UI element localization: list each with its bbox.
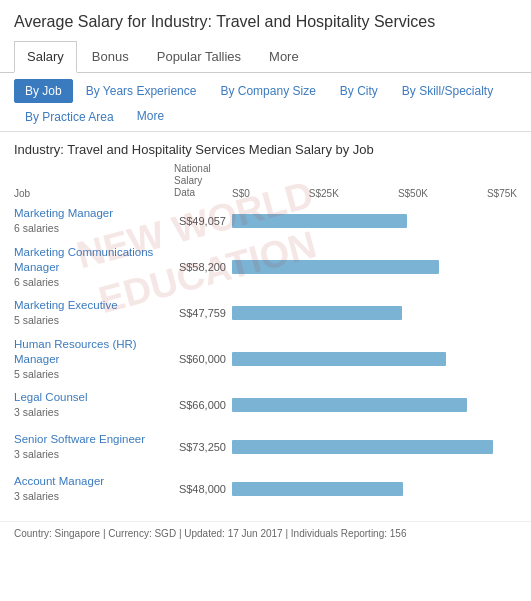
subtab-by-years[interactable]: By Years Experience (75, 79, 208, 103)
bar-0 (232, 214, 407, 228)
col-header-job: Job (14, 188, 174, 199)
bar-container-5 (232, 440, 517, 454)
row-salary-2: S$47,759 (174, 307, 232, 319)
row-label-6: Account Manager 3 salaries (14, 474, 174, 503)
bar-1 (232, 260, 439, 274)
bar-3 (232, 352, 446, 366)
row-label-3: Human Resources (HR) Manager 5 salaries (14, 337, 174, 381)
axis-labels: S$0 S$25K S$50K S$75K (232, 188, 517, 199)
content-area: Industry: Travel and Hospitality Service… (0, 132, 531, 517)
row-salary-6: S$48,000 (174, 483, 232, 495)
salary-count-6: 3 salaries (14, 490, 59, 502)
table-row: Marketing Executive 5 salaries S$47,759 (14, 295, 517, 331)
col-header-national: National Salary Data (174, 163, 232, 199)
row-salary-4: S$66,000 (174, 399, 232, 411)
chart-area: Job National Salary Data S$0 S$25K S$50K… (14, 163, 517, 507)
subtab-by-company[interactable]: By Company Size (209, 79, 326, 103)
row-salary-5: S$73,250 (174, 441, 232, 453)
salary-count-2: 5 salaries (14, 314, 59, 326)
bar-4 (232, 398, 467, 412)
bar-container-1 (232, 260, 517, 274)
chart-rows: Marketing Manager 6 salaries S$49,057 Ma… (14, 203, 517, 507)
page-wrapper: Average Salary for Industry: Travel and … (0, 0, 531, 545)
subtab-by-city[interactable]: By City (329, 79, 389, 103)
row-label-5: Senior Software Engineer 3 salaries (14, 432, 174, 461)
job-link-6[interactable]: Account Manager (14, 475, 104, 487)
row-salary-3: S$60,000 (174, 353, 232, 365)
bar-container-2 (232, 306, 517, 320)
sub-tabs: By Job By Years Experience By Company Si… (0, 73, 531, 132)
row-salary-1: S$58,200 (174, 261, 232, 273)
job-link-0[interactable]: Marketing Manager (14, 207, 113, 219)
main-tabs: Salary Bonus Popular Tallies More (0, 41, 531, 73)
bar-container-0 (232, 214, 517, 228)
row-label-1: Marketing Communications Manager 6 salar… (14, 245, 174, 289)
table-row: Legal Counsel 3 salaries S$66,000 (14, 387, 517, 423)
salary-count-1: 6 salaries (14, 276, 59, 288)
tab-bonus[interactable]: Bonus (79, 41, 142, 72)
job-link-4[interactable]: Legal Counsel (14, 391, 88, 403)
table-row: Account Manager 3 salaries S$48,000 (14, 471, 517, 507)
bar-6 (232, 482, 403, 496)
row-salary-0: S$49,057 (174, 215, 232, 227)
salary-count-4: 3 salaries (14, 406, 59, 418)
tab-salary[interactable]: Salary (14, 41, 77, 73)
salary-count-3: 5 salaries (14, 368, 59, 380)
table-row: Marketing Communications Manager 6 salar… (14, 245, 517, 289)
subtab-more[interactable]: More (127, 105, 174, 129)
bar-container-3 (232, 352, 517, 366)
salary-count-5: 3 salaries (14, 448, 59, 460)
row-label-4: Legal Counsel 3 salaries (14, 390, 174, 419)
footer: Country: Singapore | Currency: SGD | Upd… (0, 521, 531, 545)
job-link-2[interactable]: Marketing Executive (14, 299, 118, 311)
table-row: Senior Software Engineer 3 salaries S$73… (14, 429, 517, 465)
job-link-1[interactable]: Marketing Communications Manager (14, 246, 153, 273)
table-row: Marketing Manager 6 salaries S$49,057 (14, 203, 517, 239)
section-title: Industry: Travel and Hospitality Service… (14, 142, 517, 157)
subtab-by-practice[interactable]: By Practice Area (14, 105, 125, 129)
bar-2 (232, 306, 402, 320)
tab-more[interactable]: More (256, 41, 312, 72)
salary-count-0: 6 salaries (14, 222, 59, 234)
job-link-3[interactable]: Human Resources (HR) Manager (14, 338, 137, 365)
subtab-by-job[interactable]: By Job (14, 79, 73, 103)
bar-container-6 (232, 482, 517, 496)
tab-popular-tallies[interactable]: Popular Tallies (144, 41, 254, 72)
subtab-by-skill[interactable]: By Skill/Specialty (391, 79, 504, 103)
bar-5 (232, 440, 493, 454)
row-label-0: Marketing Manager 6 salaries (14, 206, 174, 235)
row-label-2: Marketing Executive 5 salaries (14, 298, 174, 327)
page-title: Average Salary for Industry: Travel and … (0, 0, 531, 41)
table-row: Human Resources (HR) Manager 5 salaries … (14, 337, 517, 381)
bar-container-4 (232, 398, 517, 412)
job-link-5[interactable]: Senior Software Engineer (14, 433, 145, 445)
